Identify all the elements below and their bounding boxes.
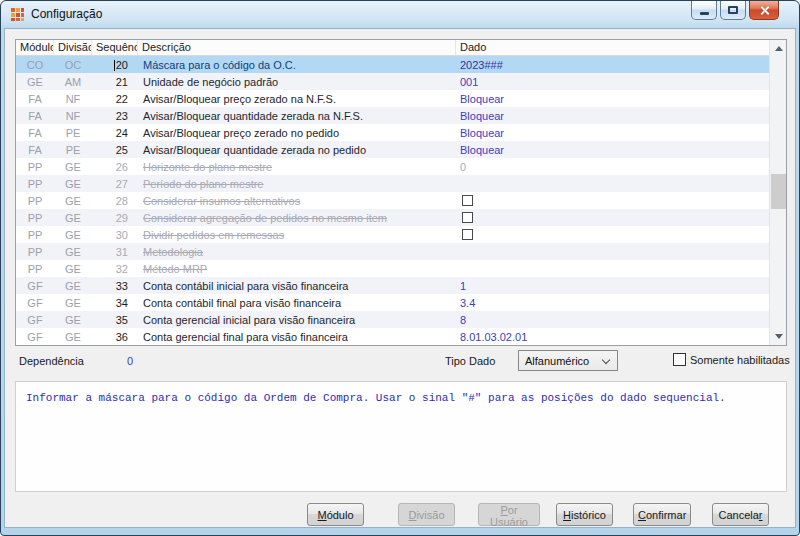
cell-modulo: PP <box>16 263 54 275</box>
table-row[interactable]: GFGE33Conta contábil inicial para visão … <box>16 277 769 294</box>
cancelar-button[interactable]: Cancelar <box>712 503 769 526</box>
maximize-button[interactable] <box>720 1 746 20</box>
cell-descricao: Avisar/Bloquear preço zerado no pedido <box>138 127 456 139</box>
table-row[interactable]: FAPE24Avisar/Bloquear preço zerado no pe… <box>16 124 769 141</box>
close-button[interactable] <box>749 1 779 20</box>
cell-divisao: GE <box>54 212 92 224</box>
cell-sequencia: 30 <box>92 229 138 241</box>
cell-modulo: GF <box>16 297 54 309</box>
cell-descricao: Conta contábil final para visão financei… <box>138 297 456 309</box>
tipo-dado-select[interactable]: Alfanumérico <box>518 350 618 371</box>
table-row[interactable]: GFGE35Conta gerencial inicial para visão… <box>16 311 769 328</box>
cell-descricao: Unidade de negócio padrão <box>138 76 456 88</box>
cell-dado: 3.4 <box>456 297 769 309</box>
cell-sequencia: 33 <box>92 280 138 292</box>
cell-descricao: Considerar insumos alternativos <box>138 195 456 207</box>
grid-checkbox[interactable] <box>462 195 473 206</box>
minimize-button[interactable] <box>691 1 717 20</box>
chevron-down-icon <box>602 356 610 364</box>
cell-divisao: GE <box>54 280 92 292</box>
cell-modulo: GF <box>16 314 54 326</box>
cell-descricao: Avisar/Bloquear quantidade zerada na N.F… <box>138 110 456 122</box>
cell-divisao: GE <box>54 297 92 309</box>
table-row[interactable]: PPGE28Considerar insumos alternativos <box>16 192 769 209</box>
dependencia-label: Dependência <box>19 355 84 367</box>
grid-body: COOC20Máscara para o código da O.C.2023#… <box>16 56 769 345</box>
cell-sequencia: 28 <box>92 195 138 207</box>
table-row[interactable]: GFGE36Conta gerencial final para visão f… <box>16 328 769 345</box>
cell-descricao: Conta gerencial inicial para visão finan… <box>138 314 456 326</box>
table-row[interactable]: PPGE27Período do plano mestre <box>16 175 769 192</box>
table-row[interactable]: FANF22Avisar/Bloquear preço zerado na N.… <box>16 90 769 107</box>
grid-checkbox[interactable] <box>462 229 473 240</box>
cell-divisao: OC <box>54 59 92 71</box>
cell-divisao: GE <box>54 195 92 207</box>
cell-sequencia: 24 <box>92 127 138 139</box>
cell-divisao: NF <box>54 110 92 122</box>
column-header-divisao[interactable]: Divisão <box>54 40 92 55</box>
description-panel: Informar a máscara para o código da Orde… <box>15 381 787 492</box>
description-text: Informar a máscara para o código da Orde… <box>26 391 776 405</box>
edit-caret <box>114 60 115 71</box>
tipo-dado-label: Tipo Dado <box>445 355 495 367</box>
table-row[interactable]: PPGE29Considerar agregação de pedidos no… <box>16 209 769 226</box>
cell-descricao: Período do plano mestre <box>138 178 456 190</box>
cell-modulo: GE <box>16 76 54 88</box>
cell-divisao: GE <box>54 161 92 173</box>
cell-divisao: NF <box>54 93 92 105</box>
table-row[interactable]: FAPE25Avisar/Bloquear quantidade zerada … <box>16 141 769 158</box>
table-row[interactable]: GFGE34Conta contábil final para visão fi… <box>16 294 769 311</box>
cell-sequencia: 31 <box>92 246 138 258</box>
table-row[interactable]: PPGE31Metodologia <box>16 243 769 260</box>
cell-descricao: Avisar/Bloquear preço zerado na N.F.S. <box>138 93 456 105</box>
dependencia-value: 0 <box>127 355 133 367</box>
configuracao-window: Configuração Módulo Divisão Sequência De… <box>0 0 800 536</box>
somente-habilitadas-checkbox[interactable] <box>673 353 686 366</box>
cell-dado: 0 <box>456 161 769 173</box>
scroll-up-button[interactable] <box>770 40 787 57</box>
table-row[interactable]: PPGE26Horizonte do plano mestre0 <box>16 158 769 175</box>
table-row[interactable]: PPGE32Método MRP <box>16 260 769 277</box>
column-header-descricao[interactable]: Descrição <box>138 40 456 55</box>
column-header-sequencia[interactable]: Sequência <box>92 40 138 55</box>
confirmar-button[interactable]: Confirmar <box>633 503 691 526</box>
table-row[interactable]: FANF23Avisar/Bloquear quantidade zerada … <box>16 107 769 124</box>
cell-descricao: Horizonte do plano mestre <box>138 161 456 173</box>
cell-descricao: Dividir pedidos em remessas <box>138 229 456 241</box>
table-row[interactable]: PPGE30Dividir pedidos em remessas <box>16 226 769 243</box>
cell-sequencia: 26 <box>92 161 138 173</box>
maximize-icon <box>728 6 738 14</box>
scroll-down-button[interactable] <box>770 328 787 345</box>
cell-dado: Bloquear <box>456 127 769 139</box>
cell-modulo: FA <box>16 127 54 139</box>
cell-sequencia: 32 <box>92 263 138 275</box>
vertical-scrollbar[interactable] <box>769 40 786 345</box>
cell-dado: 1 <box>456 280 769 292</box>
close-icon <box>759 5 770 16</box>
cell-dado: 8.01.03.02.01 <box>456 331 769 343</box>
cell-descricao: Conta contábil inicial para visão financ… <box>138 280 456 292</box>
historico-button[interactable]: Histórico <box>556 503 613 526</box>
cell-descricao: Considerar agregação de pedidos no mesmo… <box>138 212 456 224</box>
cell-sequencia: 29 <box>92 212 138 224</box>
modulo-button[interactable]: Módulo <box>307 503 364 526</box>
cell-divisao: GE <box>54 246 92 258</box>
arrow-up-icon <box>775 46 783 51</box>
scrollbar-thumb[interactable] <box>771 174 786 209</box>
column-header-dado[interactable]: Dado <box>456 40 769 55</box>
cell-descricao: Método MRP <box>138 263 456 275</box>
minimize-icon <box>700 12 709 15</box>
cell-modulo: PP <box>16 178 54 190</box>
somente-habilitadas-label[interactable]: Somente habilitadas <box>690 354 790 366</box>
grid-checkbox[interactable] <box>462 212 473 223</box>
cell-dado <box>456 212 769 223</box>
cell-sequencia: 20 <box>92 59 138 71</box>
cell-modulo: PP <box>16 246 54 258</box>
table-row[interactable]: COOC20Máscara para o código da O.C.2023#… <box>16 56 769 73</box>
cell-sequencia: 27 <box>92 178 138 190</box>
table-row[interactable]: GEAM21Unidade de negócio padrão001 <box>16 73 769 90</box>
cell-dado: 001 <box>456 76 769 88</box>
cell-divisao: PE <box>54 127 92 139</box>
cell-divisao: GE <box>54 331 92 343</box>
column-header-modulo[interactable]: Módulo <box>16 40 54 55</box>
